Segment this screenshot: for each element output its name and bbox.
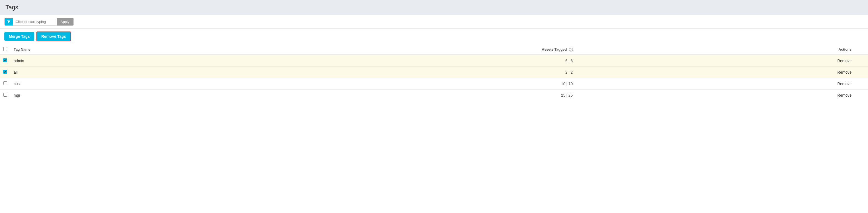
- remove-link[interactable]: Remove: [837, 59, 851, 63]
- apply-button[interactable]: Apply: [57, 18, 73, 26]
- row-tag-name: mgr: [10, 90, 205, 101]
- remove-link[interactable]: Remove: [837, 70, 851, 74]
- col-header-actions: Actions: [584, 44, 868, 55]
- toolbar: Apply: [0, 15, 868, 29]
- tags-table: Tag Name Assets Tagged ? Actions admin6 …: [0, 44, 868, 101]
- row-checkbox-cell[interactable]: [0, 90, 10, 101]
- remove-link[interactable]: Remove: [837, 82, 851, 86]
- row-checkbox[interactable]: [3, 81, 7, 85]
- table-body: admin6 | 6Removeall2 | 2Removecust10 | 1…: [0, 55, 868, 101]
- select-all-checkbox[interactable]: [3, 47, 7, 51]
- remove-tags-button[interactable]: Remove Tags: [36, 31, 71, 41]
- filter-container: Apply: [4, 18, 74, 26]
- row-checkbox-cell[interactable]: [0, 55, 10, 66]
- row-assets-tagged: 2 | 2: [205, 66, 584, 78]
- row-checkbox-cell[interactable]: [0, 66, 10, 78]
- table-row: cust10 | 10Remove: [0, 78, 868, 90]
- page-title: Tags: [5, 4, 863, 11]
- row-checkbox[interactable]: [3, 93, 7, 97]
- row-tag-name: cust: [10, 78, 205, 90]
- select-all-header[interactable]: [0, 44, 10, 55]
- row-checkbox[interactable]: [3, 58, 7, 62]
- col-header-assets-tagged: Assets Tagged ?: [205, 44, 584, 55]
- table-header-row: Tag Name Assets Tagged ? Actions: [0, 44, 868, 55]
- row-assets-tagged: 10 | 10: [205, 78, 584, 90]
- table-row: admin6 | 6Remove: [0, 55, 868, 66]
- table-wrapper: Tag Name Assets Tagged ? Actions admin6 …: [0, 44, 868, 101]
- merge-tags-button[interactable]: Merge Tags: [4, 32, 34, 41]
- row-assets-tagged: 25 | 25: [205, 90, 584, 101]
- row-tag-name: admin: [10, 55, 205, 66]
- search-input[interactable]: [13, 18, 57, 26]
- remove-link[interactable]: Remove: [837, 93, 851, 97]
- col-header-tag-name: Tag Name: [10, 44, 205, 55]
- assets-tagged-info-icon: ?: [569, 48, 573, 52]
- row-checkbox-cell[interactable]: [0, 78, 10, 90]
- table-row: mgr25 | 25Remove: [0, 90, 868, 101]
- row-actions: Remove: [584, 55, 868, 66]
- funnel-icon: [7, 20, 11, 24]
- row-actions: Remove: [584, 90, 868, 101]
- table-row: all2 | 2Remove: [0, 66, 868, 78]
- row-actions: Remove: [584, 66, 868, 78]
- page-header: Tags: [0, 0, 868, 15]
- row-tag-name: all: [10, 66, 205, 78]
- actions-row: Merge Tags Remove Tags: [0, 29, 868, 44]
- row-checkbox[interactable]: [3, 70, 7, 74]
- filter-icon: [5, 18, 13, 26]
- row-actions: Remove: [584, 78, 868, 90]
- row-assets-tagged: 6 | 6: [205, 55, 584, 66]
